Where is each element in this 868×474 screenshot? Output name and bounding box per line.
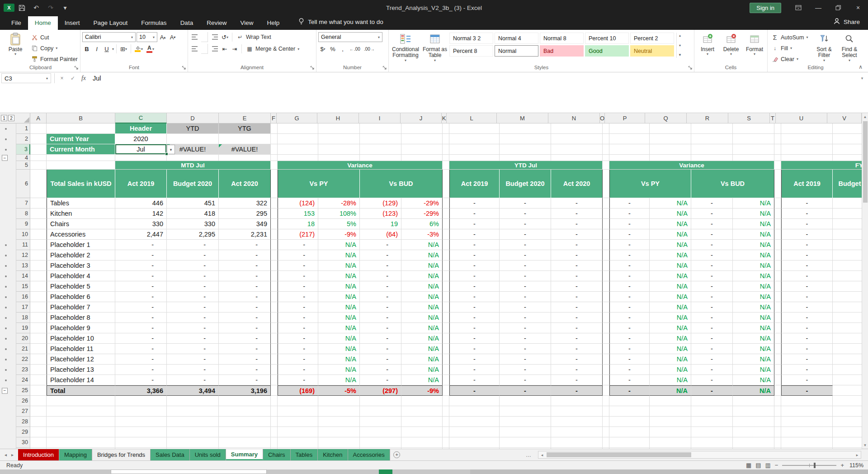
cell-M[interactable]: [500, 437, 551, 448]
cell-U[interactable]: [781, 144, 833, 155]
cell-E[interactable]: -: [219, 354, 271, 365]
row-label-placeholder-2[interactable]: Placeholder 2: [47, 250, 115, 261]
cell-G[interactable]: -: [278, 240, 318, 250]
cell-L[interactable]: [449, 144, 500, 155]
cell-T[interactable]: [774, 170, 781, 198]
cell-F[interactable]: [271, 219, 278, 229]
cell-G[interactable]: (169): [278, 385, 318, 396]
zoom-in-button[interactable]: +: [840, 462, 844, 469]
cell-F[interactable]: [271, 427, 278, 437]
cell-J[interactable]: [401, 427, 443, 437]
cell-K[interactable]: [443, 229, 449, 240]
cell-M[interactable]: -: [500, 292, 551, 302]
cell-L[interactable]: -: [449, 229, 500, 240]
cell-D[interactable]: [167, 134, 219, 144]
cell-T[interactable]: [774, 365, 781, 375]
align-bottom-button[interactable]: [210, 32, 219, 42]
column-header-l[interactable]: L: [447, 113, 497, 123]
cell-T[interactable]: [774, 250, 781, 261]
number-dialog-launcher[interactable]: [382, 65, 387, 71]
horizontal-scroll-thumb[interactable]: [547, 452, 691, 457]
cell-F[interactable]: [271, 333, 278, 344]
cell-T[interactable]: [774, 333, 781, 344]
normal-view-icon[interactable]: ▦: [746, 462, 751, 469]
cell-O[interactable]: [603, 144, 609, 155]
cell-C[interactable]: -: [115, 302, 167, 313]
cell-T[interactable]: [774, 313, 781, 323]
cell-H[interactable]: -28%: [318, 198, 360, 209]
decrease-indent-button[interactable]: ⇤: [220, 44, 229, 54]
ribbon-tab-page-layout[interactable]: Page Layout: [87, 16, 135, 30]
insert-cells-button[interactable]: Insert ▾: [696, 31, 719, 63]
maximize-restore-button[interactable]: [828, 0, 848, 15]
cell-O[interactable]: [603, 323, 609, 333]
cell-G[interactable]: -: [278, 250, 318, 261]
cell-J[interactable]: [401, 144, 443, 155]
cell-D[interactable]: -: [167, 271, 219, 281]
cell-G[interactable]: [278, 123, 318, 134]
ribbon-tab-insert[interactable]: Insert: [58, 16, 87, 30]
cell-M[interactable]: -: [500, 209, 551, 219]
row-header-1[interactable]: 1: [16, 123, 30, 134]
cell-O[interactable]: [603, 313, 609, 323]
cell-T[interactable]: [774, 219, 781, 229]
ribbon-tab-help[interactable]: Help: [260, 16, 286, 30]
outline-collapse-button[interactable]: −: [2, 388, 8, 393]
cell-K[interactable]: [443, 437, 449, 448]
cell-P[interactable]: -: [609, 281, 650, 292]
column-header-k[interactable]: K: [442, 113, 447, 123]
cell-I[interactable]: -: [360, 344, 401, 354]
cell-C[interactable]: -: [115, 281, 167, 292]
cell-P[interactable]: -: [609, 261, 650, 271]
cell-E[interactable]: -: [219, 375, 271, 385]
column-header-a[interactable]: A: [30, 113, 47, 123]
sheet-tab-chairs[interactable]: Chairs: [263, 449, 291, 460]
cell-T[interactable]: [774, 144, 781, 155]
column-header-g[interactable]: G: [277, 113, 317, 123]
cell-N[interactable]: [551, 144, 603, 155]
cell-J[interactable]: N/A: [401, 354, 443, 365]
cell-K[interactable]: [443, 155, 449, 161]
sign-in-button[interactable]: Sign in: [750, 3, 781, 13]
cell-N[interactable]: -: [551, 229, 603, 240]
cell-E[interactable]: [219, 406, 271, 417]
cell-I[interactable]: -: [360, 354, 401, 365]
cell-N[interactable]: -: [551, 292, 603, 302]
cell-C[interactable]: -: [115, 354, 167, 365]
cell-U[interactable]: [781, 134, 833, 144]
cell-H[interactable]: [318, 406, 360, 417]
row-label-placeholder-9[interactable]: Placeholder 9: [47, 323, 115, 333]
sheet-tab-summary[interactable]: Summary: [226, 449, 263, 460]
cell-A14[interactable]: [30, 271, 47, 281]
cell-T[interactable]: [774, 323, 781, 333]
cell-U[interactable]: -: [781, 365, 833, 375]
cancel-button[interactable]: ×: [57, 73, 67, 83]
align-right-button[interactable]: [210, 44, 219, 54]
cell-S[interactable]: [733, 417, 774, 427]
cell-L[interactable]: -: [449, 354, 500, 365]
cell-Q[interactable]: N/A: [650, 209, 691, 219]
cell-H[interactable]: N/A: [318, 323, 360, 333]
cell-D[interactable]: -: [167, 354, 219, 365]
zoom-level[interactable]: 115%: [848, 462, 863, 469]
cell-O[interactable]: [603, 261, 609, 271]
row-header-24[interactable]: 24: [16, 375, 30, 385]
cell-F[interactable]: [271, 365, 278, 375]
cell-T[interactable]: [774, 240, 781, 250]
cell-K[interactable]: [443, 271, 449, 281]
cell-N[interactable]: -: [551, 365, 603, 375]
redo-button[interactable]: ↷: [43, 0, 58, 15]
copy-button[interactable]: Copy▾: [29, 43, 80, 53]
cell-N[interactable]: -: [551, 261, 603, 271]
cell-U[interactable]: -: [781, 281, 833, 292]
cell-Q[interactable]: N/A: [650, 281, 691, 292]
cell-style-percent-8[interactable]: Percent 8: [449, 45, 493, 57]
cell-H[interactable]: N/A: [318, 292, 360, 302]
cell-H[interactable]: N/A: [318, 250, 360, 261]
cell-F[interactable]: [271, 292, 278, 302]
cell-E[interactable]: [219, 396, 271, 406]
cell-M[interactable]: -: [500, 302, 551, 313]
cell-Q[interactable]: N/A: [650, 229, 691, 240]
cell-S[interactable]: [733, 427, 774, 437]
cell-F[interactable]: [271, 375, 278, 385]
